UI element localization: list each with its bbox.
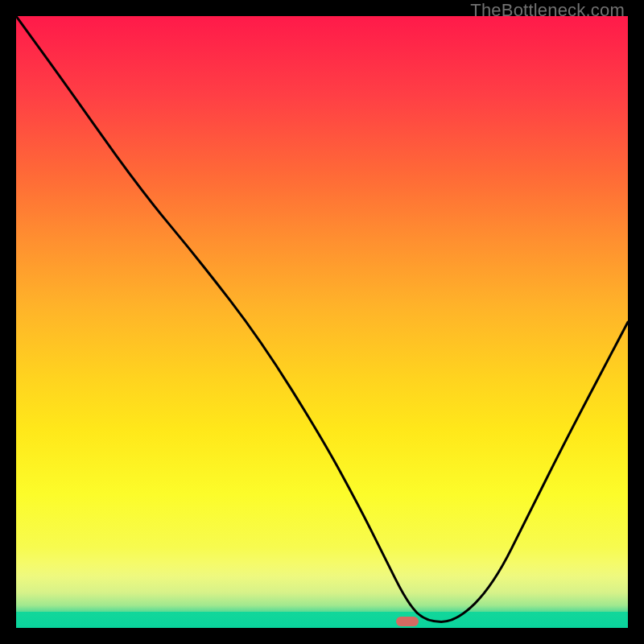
chart-frame: TheBottleneck.com — [0, 0, 644, 644]
watermark-text: TheBottleneck.com — [470, 0, 625, 21]
bottleneck-curve — [16, 16, 628, 621]
curve-svg — [16, 16, 628, 628]
plot-area — [16, 16, 628, 628]
